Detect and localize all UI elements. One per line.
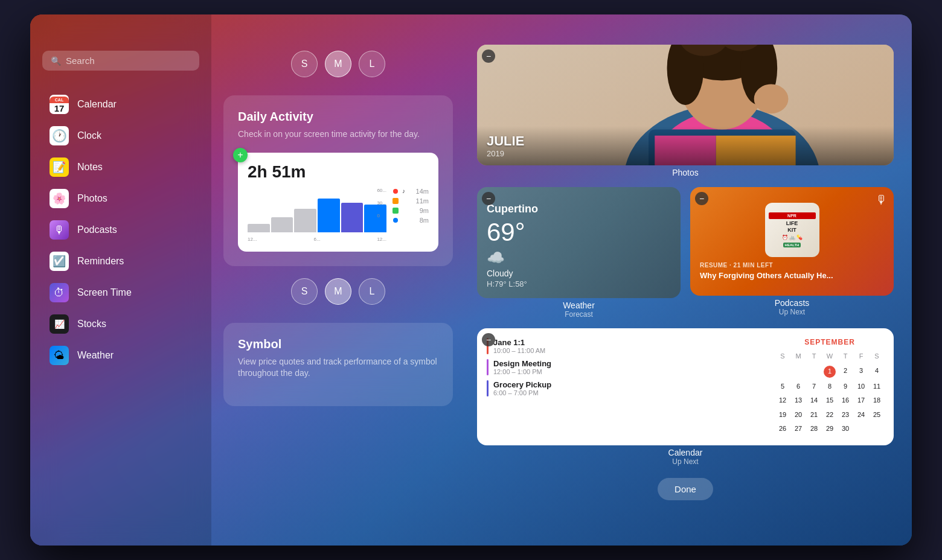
svg-rect-2 (392, 208, 399, 214)
cal-month: SEPTEMBER (775, 338, 884, 346)
weather-hl: H:79° L:58° (487, 279, 671, 288)
size-btn-l-bottom[interactable]: L (359, 278, 385, 305)
cal-cell-4: 4 (870, 364, 884, 379)
sidebar-item-label-reminders: Reminders (77, 256, 124, 267)
symbol-desc: View price quotes and track performance … (238, 356, 438, 380)
size-btn-s-top[interactable]: S (291, 51, 318, 77)
podcast-cover: NPR LIFEKIT ⏰🚲💊 HEALTH (765, 203, 819, 257)
event-bar-3 (487, 380, 489, 396)
main-content: S M L Daily Activity Check in on your sc… (211, 14, 912, 546)
x-axis-labels: 12...6...12... (248, 237, 386, 242)
podcasts-widget: 🎙 NPR LIFEKIT ⏰🚲💊 HEALTH (690, 187, 894, 296)
cal-cell-7: 7 (807, 380, 821, 393)
svg-rect-1 (392, 198, 399, 204)
size-selector-top: S M L (291, 51, 385, 77)
calendar-widget-sublabel: Up Next (477, 457, 894, 466)
sidebar-item-label-notes: Notes (77, 162, 103, 173)
cal-header-t2: T (838, 350, 853, 363)
weather-label-area: Weather Forecast (477, 301, 681, 319)
cal-cell-21: 21 (807, 409, 821, 422)
size-btn-m-top[interactable]: M (325, 51, 351, 77)
lifekit-label: LIFEKIT (786, 220, 798, 234)
legend-time-4: 8m (420, 217, 429, 224)
cal-cell-22: 22 (822, 409, 837, 422)
cal-cell-24: 24 (854, 409, 868, 422)
sidebar-item-screentime[interactable]: ⏱ Screen Time (35, 277, 207, 308)
event-details-3: Grocery Pickup 6:00 – 7:00 PM (493, 380, 551, 396)
cal-cell-25: 25 (870, 409, 884, 422)
done-button[interactable]: Done (658, 478, 713, 500)
event-name-3: Grocery Pickup (493, 380, 551, 389)
photos-remove-btn[interactable]: − (482, 49, 495, 63)
cal-cell-8: 8 (822, 380, 837, 393)
sidebar-item-stocks[interactable]: 📈 Stocks (35, 308, 207, 340)
calendar-widget-outer: − Jane 1:1 10:00 – 11:00 AM (477, 328, 894, 466)
event-name-2: Design Meeting (493, 359, 551, 368)
weather-condition: Cloudy (487, 269, 671, 278)
podcasts-widget-outer: − 🎙 NPR LIFEKIT ⏰🚲💊 HEALTH (690, 187, 894, 319)
calendar-remove-btn[interactable]: − (482, 333, 495, 346)
mac-frame: 🔍 Search CAL 17 Calendar 🕐 Clock 📝 Notes… (30, 14, 912, 546)
sidebar-item-label-podcasts: Podcasts (77, 224, 117, 235)
symbol-title: Symbol (238, 337, 438, 351)
podcasts-remove-btn[interactable]: − (695, 192, 708, 205)
weather-app-icon: 🌤 (50, 346, 69, 365)
weather-remove-btn[interactable]: − (482, 192, 495, 205)
cal-cell-19: 19 (775, 409, 790, 422)
sidebar-item-weather[interactable]: 🌤 Weather (35, 340, 207, 371)
search-label: Search (66, 56, 95, 66)
cal-header-f: F (854, 350, 868, 363)
stocks-app-icon: 📈 (50, 314, 69, 334)
photos-app-icon: 🌸 (50, 189, 69, 208)
calendar-content: Jane 1:1 10:00 – 11:00 AM Design Meeting… (487, 338, 884, 436)
sidebar-item-calendar[interactable]: CAL 17 Calendar (35, 89, 207, 120)
today-indicator: 1 (824, 366, 836, 378)
cal-cell-20: 20 (791, 409, 806, 422)
sidebar-item-photos[interactable]: 🌸 Photos (35, 183, 207, 214)
cal-cell-empty4 (854, 422, 868, 436)
weather-widget-sublabel: Forecast (477, 310, 681, 319)
cal-cell-3: 3 (854, 364, 868, 379)
size-btn-m-bottom[interactable]: M (325, 278, 351, 305)
daily-activity-title: Daily Activity (238, 110, 438, 124)
sidebar-item-reminders[interactable]: ☑️ Reminders (35, 246, 207, 277)
size-btn-l-top[interactable]: L (359, 51, 385, 77)
cal-cell-empty5 (870, 422, 884, 436)
cal-cell-14: 14 (807, 394, 821, 407)
sidebar-item-label-clock: Clock (77, 130, 101, 141)
sidebar-item-podcasts[interactable]: 🎙 Podcasts (35, 214, 207, 246)
podcasts-widget-sublabel: Up Next (690, 308, 894, 316)
cal-cell-27: 27 (791, 422, 806, 436)
notes-app-icon: 📝 (50, 158, 69, 177)
cal-header-w: W (822, 350, 837, 363)
photos-widget: − (477, 45, 894, 165)
symbol-card: Symbol View price quotes and track perfo… (223, 323, 453, 406)
sidebar-item-clock[interactable]: 🕐 Clock (35, 120, 207, 151)
cal-cell-12: 12 (775, 394, 790, 407)
search-bar[interactable]: 🔍 Search (42, 51, 199, 71)
size-btn-s-bottom[interactable]: S (291, 278, 318, 305)
event-name-1: Jane 1:1 (493, 338, 545, 347)
right-panel: − (465, 14, 912, 546)
weather-widget-label: Weather (477, 301, 681, 310)
add-widget-btn[interactable]: + (233, 148, 248, 162)
sidebar: 🔍 Search CAL 17 Calendar 🕐 Clock 📝 Notes… (30, 14, 211, 546)
cal-cell-6: 6 (791, 380, 806, 393)
mini-calendar: SEPTEMBER S M T W T F S (775, 338, 884, 436)
bar-chart (248, 190, 386, 232)
sidebar-item-label-calendar: Calendar (77, 99, 117, 110)
weather-temp: 69° (487, 218, 671, 247)
cal-header-t1: T (807, 350, 821, 363)
cal-cell-26: 26 (775, 422, 790, 436)
cal-cell-28: 28 (807, 422, 821, 436)
cal-cell-18: 18 (870, 394, 884, 407)
weather-podcasts-row: − Cupertino 69° ☁️ Cloudy H:79° L:58° We… (477, 187, 894, 319)
sidebar-item-notes[interactable]: 📝 Notes (35, 151, 207, 183)
cal-cell-5: 5 (775, 380, 790, 393)
weather-city: Cupertino (487, 203, 671, 215)
svg-point-3 (393, 218, 398, 223)
daily-activity-card: Daily Activity Check in on your screen t… (223, 95, 453, 266)
cal-header-s1: S (775, 350, 790, 363)
sidebar-item-label-screentime: Screen Time (77, 287, 132, 298)
cal-cell-23: 23 (838, 409, 853, 422)
